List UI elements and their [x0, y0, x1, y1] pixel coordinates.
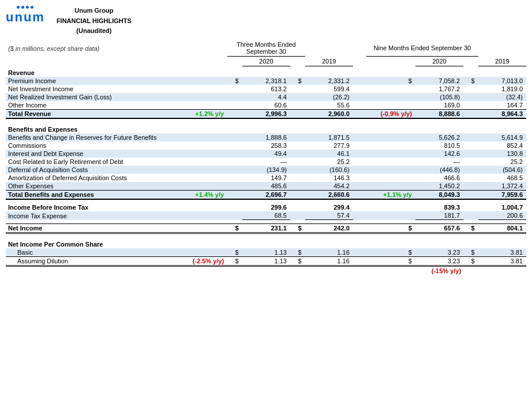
diluted-eps-ytd-2020: 3.23	[415, 257, 463, 266]
units-label: ($ in millions, except share data)	[6, 41, 176, 57]
revenue-title-row: Revenue	[6, 66, 526, 77]
diluted-eps-yoy-q: (-2.5% y/y)	[176, 257, 228, 266]
total-benefits-q3-2019: 2,660.6	[305, 191, 353, 200]
other-expenses-label: Other Expenses	[6, 182, 176, 191]
spacer-3	[6, 220, 526, 224]
premium-income-sym2: $	[290, 77, 305, 85]
interest-debt-q3-2020: 49.4	[242, 150, 290, 158]
tax-ytd-2019: 200.6	[478, 211, 526, 220]
net-income-label: Net Income	[6, 224, 176, 233]
premium-income-row: Premium Income $ 2,318.1 $ 2,331.2 $ 7,0…	[6, 77, 526, 85]
logo-area: unum	[6, 6, 45, 25]
diluted-eps-q3-2019: 1.16	[305, 257, 353, 266]
total-benefits-yoy-q: +1.4% y/y	[176, 191, 228, 200]
net-realized-ytd-2019: (32.4)	[478, 93, 526, 101]
other-income-row: Other Income 60.6 55.6 169.0 164.7	[6, 101, 526, 110]
interest-debt-ytd-2020: 142.6	[415, 150, 463, 158]
benefits-title: Benefits and Expenses	[6, 122, 176, 133]
other-income-ytd-2020: 169.0	[415, 101, 463, 110]
interest-debt-row: Interest and Debt Expense 49.4 46.1 142.…	[6, 150, 526, 158]
tax-expense-label: Income Tax Expense	[6, 211, 176, 220]
commissions-ytd-2019: 852.4	[478, 141, 526, 150]
basic-eps-row: Basic $ 1.13 $ 1.16 $ 3.23 $ 3.81	[6, 248, 526, 257]
net-income-ytd-2019: 804.1	[478, 224, 526, 233]
basic-eps-sym4: $	[463, 248, 478, 257]
basic-eps-q3-2020: 1.13	[242, 248, 290, 257]
diluted-eps-sym1: $	[227, 257, 242, 266]
deferral-row: Deferral of Acquisition Costs (134.9) (1…	[6, 166, 526, 174]
total-revenue-label: Total Revenue	[6, 110, 176, 119]
net-income-sym2: $	[290, 224, 305, 233]
basic-eps-label: Basic	[6, 248, 176, 257]
early-retire-q3-2020: —	[242, 158, 290, 166]
net-realized-q3-2019: (26.2)	[305, 93, 353, 101]
benefits-reserves-ytd-2020: 5,626.2	[415, 133, 463, 141]
net-inv-income-row: Net Investment Income 613.2 599.4 1,767.…	[6, 85, 526, 93]
diluted-eps-ytd-2019: 3.81	[478, 257, 526, 266]
financial-table: ($ in millions, except share data) Three…	[6, 41, 526, 275]
logo-dot-1	[17, 6, 20, 9]
logo-text: unum	[6, 10, 45, 25]
premium-income-sym3: $	[366, 77, 415, 85]
logo-dots	[17, 6, 33, 9]
deferral-ytd-2019: (504.6)	[478, 166, 526, 174]
early-retire-label: Cost Related to Early Retirement of Debt	[6, 158, 176, 166]
total-revenue-yoy-ytd: (-0.9% y/y)	[366, 110, 415, 119]
amortization-q3-2019: 146.3	[305, 174, 353, 182]
benefits-reserves-q3-2019: 1,871.5	[305, 133, 353, 141]
tax-q3-2020: 68.5	[242, 211, 290, 220]
logo-dot-4	[31, 6, 33, 9]
ytd-2020-header: 2020	[415, 56, 463, 66]
commissions-row: Commissions 258.3 277.9 810.5 852.4	[6, 141, 526, 150]
amortization-label: Amortization of Deferred Acquisition Cos…	[6, 174, 176, 182]
deferral-q3-2019: (160.6)	[305, 166, 353, 174]
interest-debt-ytd-2019: 130.8	[478, 150, 526, 158]
eps-title-row: Net Income Per Common Share	[6, 237, 526, 248]
total-revenue-ytd-2019: 8,964.3	[478, 110, 526, 119]
subtitle: FINANCIAL HIGHLIGHTS	[57, 16, 132, 27]
logo-dot-2	[21, 6, 24, 9]
nine-months-header: Nine Months Ended September 30	[366, 41, 478, 57]
net-realized-ytd-2020: (105.8)	[415, 93, 463, 101]
diluted-eps-q3-2020: 1.13	[242, 257, 290, 266]
other-expenses-ytd-2019: 1,372.4	[478, 182, 526, 191]
net-income-q3-2020: 231.1	[242, 224, 290, 233]
amortization-q3-2020: 149.7	[242, 174, 290, 182]
total-benefits-row: Total Benefits and Expenses +1.4% y/y 2,…	[6, 191, 526, 200]
other-income-q3-2019: 55.6	[305, 101, 353, 110]
other-expenses-ytd-2020: 1,450.2	[415, 182, 463, 191]
income-before-ytd-2020: 839.3	[415, 203, 463, 211]
net-inv-q3-2020: 613.2	[242, 85, 290, 93]
basic-eps-sym1: $	[227, 248, 242, 257]
premium-income-sym1: $	[227, 77, 242, 85]
diluted-eps-label: Assuming Dilution	[6, 257, 176, 266]
total-benefits-q3-2020: 2,696.7	[242, 191, 290, 200]
diluted-eps-row: Assuming Dilution (-2.5% y/y) $ 1.13 $ 1…	[6, 257, 526, 266]
company-title: Unum Group FINANCIAL HIGHLIGHTS (Unaudit…	[57, 6, 132, 36]
net-realized-q3-2020: 4.4	[242, 93, 290, 101]
basic-eps-ytd-2020: 3.23	[415, 248, 463, 257]
total-revenue-q3-2019: 2,960.0	[305, 110, 353, 119]
diluted-eps-sym2: $	[290, 257, 305, 266]
deferral-q3-2020: (134.9)	[242, 166, 290, 174]
logo-dot-3	[26, 6, 29, 9]
total-benefits-label: Total Benefits and Expenses	[6, 191, 176, 200]
deferral-label: Deferral of Acquisition Costs	[6, 166, 176, 174]
benefits-reserves-ytd-2019: 5,614.9	[478, 133, 526, 141]
spacer-2	[6, 199, 526, 203]
early-retire-ytd-2019: 25.2	[478, 158, 526, 166]
diluted-eps-sym3: $	[366, 257, 415, 266]
eps-title: Net Income Per Common Share	[6, 237, 176, 248]
total-revenue-ytd-2020: 8,888.6	[415, 110, 463, 119]
commissions-ytd-2020: 810.5	[415, 141, 463, 150]
total-benefits-ytd-2020: 8,049.3	[415, 191, 463, 200]
net-realized-label: Net Realized Investment Gain (Loss)	[6, 93, 176, 101]
q3-2019-header: 2019	[305, 56, 353, 66]
basic-eps-sym2: $	[290, 248, 305, 257]
income-before-tax-label: Income Before Income Tax	[6, 203, 176, 211]
net-income-sym1: $	[227, 224, 242, 233]
benefits-title-row: Benefits and Expenses	[6, 122, 526, 133]
spacer-4	[6, 233, 526, 238]
total-benefits-ytd-2019: 7,959.6	[478, 191, 526, 200]
other-income-label: Other Income	[6, 101, 176, 110]
